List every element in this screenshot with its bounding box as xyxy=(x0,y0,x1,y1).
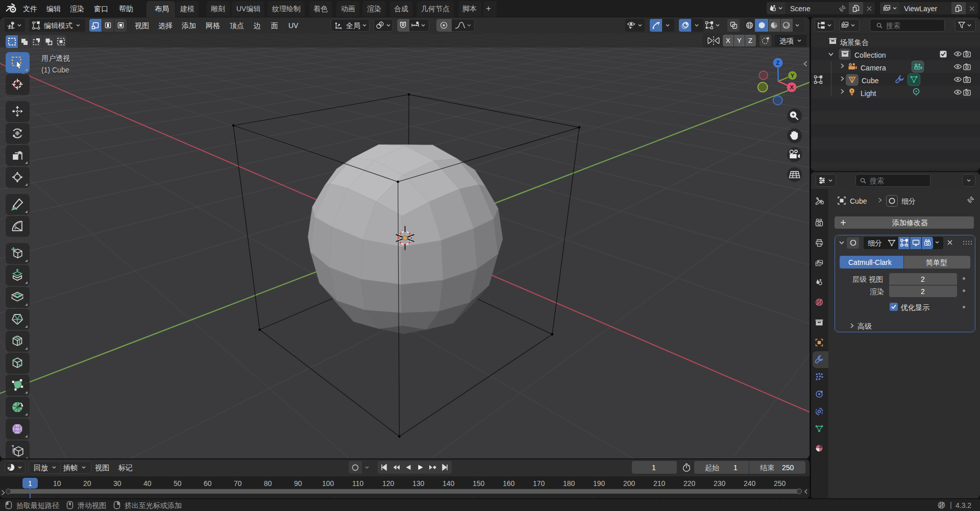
svg-text:Y: Y xyxy=(791,72,795,79)
svg-text:Z: Z xyxy=(776,60,779,66)
svg-text:X: X xyxy=(790,84,794,90)
